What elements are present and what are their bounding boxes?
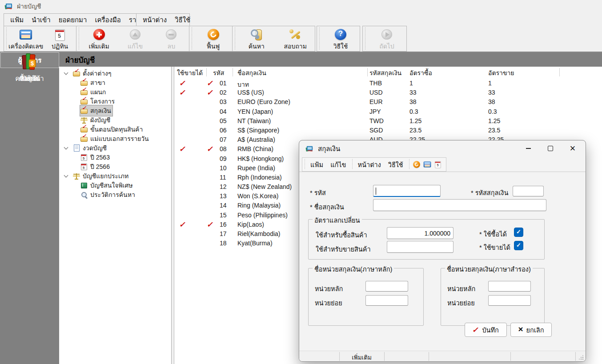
toolbar-gripper[interactable]: [5, 28, 8, 50]
tree-item-label: ขั้นตอนปิดทุนสินค้า: [90, 124, 143, 134]
menu-item[interactable]: แฟ้ม: [6, 15, 28, 25]
tree-item[interactable]: ประวัติการค้นหา: [59, 190, 171, 199]
toolbar-button[interactable]: ปฏิทิน: [43, 26, 76, 51]
tree-item-icon: [80, 163, 88, 170]
minimize-button[interactable]: [521, 143, 536, 154]
main-unit-alt-input[interactable]: [488, 281, 531, 292]
sell-rate-input[interactable]: [387, 241, 454, 253]
maximize-button[interactable]: [543, 143, 558, 154]
currency-name-cell: Rph (Indonesia): [237, 174, 282, 181]
toolbar-gripper[interactable]: [304, 159, 306, 170]
toolbar-button[interactable]: วิธีใช้: [321, 26, 360, 51]
menu-item[interactable]: วิธีใช้: [171, 15, 194, 25]
table-row[interactable]: 02 US$ (US) USD 33 33: [174, 88, 602, 97]
sellable-checkbox[interactable]: [514, 241, 523, 250]
tree-item[interactable]: บัญชีแยกประเภท: [59, 171, 171, 180]
buyable-checkbox[interactable]: [514, 228, 523, 237]
toolbar-button[interactable]: เครื่องคิดเลข: [8, 26, 43, 51]
menu-item[interactable]: ยอดยกมา: [55, 15, 91, 25]
chevron-down-icon[interactable]: [64, 173, 68, 178]
tree-item-icon: [80, 88, 88, 96]
code-input[interactable]: [373, 185, 441, 197]
close-button[interactable]: [565, 143, 580, 154]
table-row[interactable]: 03 EURO (Euro Zone) EUR 38 38: [174, 97, 602, 107]
currency-code-field-label: * รหัสสกุลเงิน: [471, 188, 508, 198]
menu-item[interactable]: นำเข้า: [28, 15, 54, 25]
column-header-sell-rate[interactable]: อัตราขาย: [488, 68, 514, 78]
sidebar-module-button[interactable]: $ บัญชี: [0, 52, 59, 84]
tree-item[interactable]: งวดบัญชี: [59, 143, 171, 152]
toolbar-button[interactable]: แก้ไข: [117, 26, 153, 51]
tree-item[interactable]: สาขา: [59, 78, 171, 87]
table-row[interactable]: 01 บาท THB 1 1: [174, 79, 602, 88]
toolbar-button[interactable]: สอบถาม: [276, 26, 315, 51]
currency-name-cell: Won (S.Korea): [237, 192, 278, 200]
tree-item[interactable]: ขั้นตอนปิดทุนสินค้า: [59, 124, 171, 134]
exchange-rate-groupbox: อัตราแลกเปลี่ยน ใช้สำหรับซื้อสินค้า * ใช…: [308, 219, 545, 260]
toolbar-button-label: สอบถาม: [284, 41, 307, 51]
save-button[interactable]: บันทึก: [465, 323, 507, 337]
main-unit-input[interactable]: [365, 281, 408, 292]
toolbar-button[interactable]: เพิ่มเติม: [81, 26, 117, 51]
tree-item-label: ประวัติการค้นหา: [90, 190, 135, 200]
currency-name-input[interactable]: [373, 199, 546, 211]
tree-item[interactable]: ปี 2566: [59, 162, 171, 171]
toolbar-button[interactable]: ถัดไป: [367, 26, 406, 51]
tree-item[interactable]: แผนก: [59, 87, 171, 96]
resize-grip[interactable]: [579, 355, 583, 360]
toolbar-gripper[interactable]: [234, 28, 236, 50]
window-title: ฝ่ายบัญชี: [17, 1, 41, 11]
calendar-icon[interactable]: [431, 158, 445, 171]
code-cell: 09: [220, 155, 227, 162]
table-row[interactable]: 05 NT (Taiwan) TWD 1.25 1.25: [174, 116, 602, 126]
toolbar-gripper[interactable]: [191, 28, 193, 50]
toolbar-group: ฟื้นฟู: [189, 26, 233, 52]
column-header-sellable[interactable]: ใช้ขายได้: [177, 68, 203, 78]
currency-code-input[interactable]: [513, 186, 544, 196]
column-header-name[interactable]: ชื่อสกุลเงิน: [237, 68, 266, 78]
menu-item[interactable]: เครื่องมือ: [91, 15, 124, 25]
dialog-menu-item[interactable]: แก้ไข: [327, 160, 349, 170]
toolbar-button-icon: [19, 28, 32, 41]
toolbar-gripper[interactable]: [364, 28, 366, 50]
chevron-down-icon[interactable]: [64, 145, 68, 150]
tree-item[interactable]: ปี 2563: [59, 152, 171, 162]
code-cell: 01: [220, 80, 227, 87]
sellable-check-icon: [180, 79, 186, 88]
column-header-currency[interactable]: รหัสสกุลเงิน: [369, 68, 401, 78]
column-header-buy-rate[interactable]: อัตราซื้อ: [409, 68, 432, 78]
sub-unit-input[interactable]: [365, 295, 408, 306]
toolbar-gripper[interactable]: [318, 28, 321, 50]
buyable-check-icon: [207, 220, 213, 229]
dialog-menu-item[interactable]: แฟ้ม: [307, 160, 327, 170]
tree-item[interactable]: สกุลเงิน: [59, 106, 171, 115]
dialog-menu-item[interactable]: วิธีใช้: [385, 160, 407, 170]
toolbar-gripper[interactable]: [351, 159, 353, 170]
column-separator: [206, 68, 207, 76]
toolbar-button[interactable]: ลบ: [153, 26, 189, 51]
toolbar-gripper[interactable]: [78, 28, 80, 50]
tree-item[interactable]: โครงการ: [59, 96, 171, 106]
column-header-code[interactable]: รหัส: [213, 68, 224, 78]
tree-item[interactable]: ตั้งค่าต่างๆ: [59, 68, 171, 78]
currency-name-cell: Riel(Kambodia): [237, 230, 280, 237]
chevron-down-icon[interactable]: [64, 71, 68, 75]
currency-name-cell: NT (Taiwan): [237, 117, 271, 124]
unit-name-alt-groupbox: ชื่อหน่วยสกุลเงิน(ภาษาสำรอง) หน่วยหลัก ห…: [441, 268, 545, 326]
toolbar-button-icon: [207, 28, 220, 41]
tree-item[interactable]: บัญชีสนใจพิเศษ: [59, 180, 171, 190]
currency-name-cell: Ring (Malaysia): [237, 202, 281, 209]
buy-rate-input[interactable]: [387, 227, 454, 239]
cancel-button[interactable]: ยกเลิก: [510, 323, 552, 337]
toolbar-button-icon: [128, 28, 142, 41]
table-row[interactable]: 06 S$ (Singapore) SGD 23.5 23.5: [174, 126, 602, 135]
tree-item[interactable]: ผังบัญชี: [59, 115, 171, 124]
toolbar-button[interactable]: ฟื้นฟู: [194, 26, 233, 51]
tree-item[interactable]: แม่แบบเอกสารรายวัน: [59, 134, 171, 143]
sub-unit-alt-input[interactable]: [488, 295, 531, 306]
dialog-menu-item[interactable]: หน้าต่าง: [354, 160, 385, 170]
table-row[interactable]: 04 YEN (Japan) JPY 0.3 0.3: [174, 107, 602, 116]
main-unit-alt-label: หน่วยหลัก: [447, 284, 475, 294]
menu-item[interactable]: หน้าต่าง: [139, 15, 171, 25]
toolbar-button[interactable]: ค้นหา: [237, 26, 276, 51]
